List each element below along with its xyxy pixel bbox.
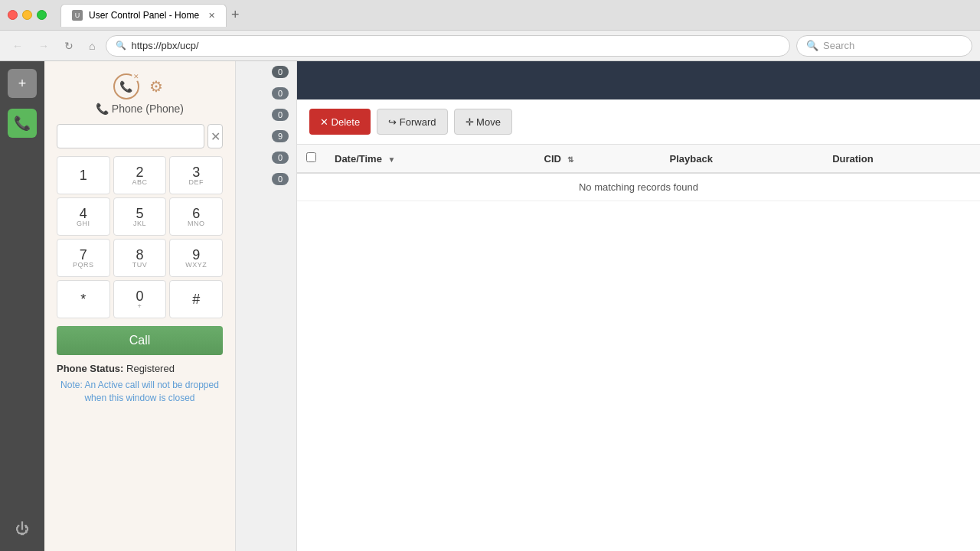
key-6-main: 6 (192, 207, 200, 220)
key-9-main: 9 (192, 248, 200, 262)
key-2-sub: ABC (132, 179, 147, 186)
badge-1-value: 0 (272, 87, 289, 99)
content-body: ✕ Delete ↪ Forward ✛ Move Date/Time ▼ (297, 99, 980, 551)
key-7-main: 7 (80, 248, 87, 262)
badge-2-value: 0 (272, 109, 289, 121)
new-tab-button[interactable]: + (231, 7, 240, 23)
column-playback-label: Playback (670, 153, 713, 165)
column-cid[interactable]: CID ⇅ (535, 145, 661, 173)
column-duration[interactable]: Duration (823, 145, 980, 173)
add-icon: + (18, 76, 27, 92)
key-8-main: 8 (136, 248, 143, 262)
phone-subtitle: (Phone) (145, 103, 184, 115)
badge-item-5[interactable]: 0 (236, 168, 296, 190)
browser-search-bar[interactable]: 🔍 Search (796, 35, 972, 57)
key-hash-main: # (192, 292, 200, 306)
phone-handset-icon: 📞 (96, 103, 112, 115)
key-3-main: 3 (192, 165, 200, 179)
badge-item-4[interactable]: 0 (236, 147, 296, 168)
reload-button[interactable]: ↻ (60, 37, 78, 55)
sidebar-icon-phone[interactable]: 📞 (8, 109, 37, 138)
sidebar-icons: + 📞 ⏻ (0, 61, 44, 551)
key-1[interactable]: 1 (57, 156, 110, 194)
content-header (297, 61, 980, 99)
badge-3-value: 9 (272, 130, 289, 142)
settings-icon[interactable]: ⚙ (145, 76, 167, 97)
search-placeholder: Search (823, 40, 854, 51)
forward-button[interactable]: → (34, 37, 54, 55)
address-bar[interactable]: 🔍 https://pbx/ucp/ (106, 35, 790, 57)
key-hash[interactable]: # (169, 280, 223, 318)
minimize-button[interactable] (22, 10, 32, 20)
forward-button[interactable]: ↪ Forward (377, 109, 447, 135)
phone-status: Phone Status: Registered (57, 363, 175, 374)
phone-status-value: Registered (126, 363, 175, 374)
column-playback[interactable]: Playback (661, 145, 824, 173)
move-button[interactable]: ✛ Move (454, 109, 512, 135)
key-1-main: 1 (80, 168, 87, 182)
key-5-main: 5 (136, 207, 143, 220)
badge-item-2[interactable]: 0 (236, 104, 296, 126)
badge-5-value: 0 (272, 173, 289, 185)
records-table: Date/Time ▼ CID ⇅ Playback Dur (297, 145, 980, 201)
key-3-sub: DEF (188, 179, 204, 186)
dial-input[interactable] (57, 124, 204, 148)
browser-titlebar: U User Control Panel - Home ✕ + (0, 0, 980, 31)
search-icon: 🔍 (806, 40, 818, 51)
sidebar-icon-power[interactable]: ⏻ (8, 514, 37, 543)
badge-item-3[interactable]: 9 (236, 126, 296, 147)
badge-sidebar: 0 0 0 9 0 0 (236, 61, 297, 551)
content-area: 0 0 0 9 0 0 ✕ Delete ↪ (236, 61, 980, 551)
key-9-sub: WXYZ (185, 262, 207, 269)
phone-panel-header: 📞 ⚙ (113, 73, 167, 99)
key-8-sub: TUV (132, 262, 148, 269)
maximize-button[interactable] (37, 10, 47, 20)
key-8[interactable]: 8TUV (113, 239, 167, 277)
sort-cid-icon: ⇅ (567, 155, 573, 164)
key-star-main: * (80, 292, 86, 306)
key-5-sub: JKL (133, 220, 146, 227)
dial-clear-button[interactable]: ✕ (207, 124, 223, 148)
key-0-main: 0 (136, 289, 143, 303)
url-text: https://pbx/ucp/ (131, 40, 198, 51)
key-6-sub: MNO (188, 220, 205, 227)
call-button[interactable]: Call (57, 326, 223, 355)
select-all-checkbox[interactable] (306, 152, 316, 162)
column-cid-label: CID (544, 153, 561, 165)
badge-4-value: 0 (272, 152, 289, 164)
close-button[interactable] (8, 10, 18, 20)
main-panel: ✕ Delete ↪ Forward ✛ Move Date/Time ▼ (297, 61, 980, 551)
key-9[interactable]: 9WXYZ (169, 239, 223, 277)
traffic-lights (8, 10, 47, 20)
power-icon: ⏻ (15, 521, 29, 537)
key-3[interactable]: 3DEF (169, 156, 223, 194)
tab-close-button[interactable]: ✕ (208, 11, 215, 21)
key-2[interactable]: 2ABC (113, 156, 167, 194)
key-5[interactable]: 5JKL (113, 197, 167, 236)
back-button[interactable]: ← (8, 37, 28, 55)
key-6[interactable]: 6MNO (169, 197, 223, 236)
browser-navbar: ← → ↻ ⌂ 🔍 https://pbx/ucp/ 🔍 Search (0, 31, 980, 61)
key-4[interactable]: 4GHI (57, 197, 110, 236)
delete-button[interactable]: ✕ Delete (309, 109, 371, 135)
browser-tab[interactable]: U User Control Panel - Home ✕ (60, 4, 227, 27)
key-2-main: 2 (136, 165, 143, 179)
tab-title: User Control Panel - Home (89, 10, 199, 21)
app-container: + 📞 ⏻ 📞 ⚙ 📞 Phone (Phone) ✕ 1 2ABC (0, 61, 980, 551)
key-0[interactable]: 0+ (113, 280, 167, 318)
no-records-message: No matching records found (297, 173, 980, 201)
column-datetime[interactable]: Date/Time ▼ (325, 145, 535, 173)
phone-icon: 📞 (14, 115, 31, 132)
keypad: 1 2ABC 3DEF 4GHI 5JKL 6MNO 7PQRS 8TUV 9W… (57, 156, 223, 318)
phone-label: 📞 Phone (Phone) (96, 103, 184, 115)
badge-item-1[interactable]: 0 (236, 83, 296, 104)
phone-panel: 📞 ⚙ 📞 Phone (Phone) ✕ 1 2ABC 3DEF 4GHI 5… (44, 61, 236, 551)
sidebar-icon-add[interactable]: + (8, 69, 37, 98)
key-star[interactable]: * (57, 280, 110, 318)
phone-status-icon: 📞 (113, 73, 139, 99)
key-4-main: 4 (80, 207, 87, 220)
key-7[interactable]: 7PQRS (57, 239, 110, 277)
sort-datetime-icon: ▼ (388, 155, 396, 164)
home-button[interactable]: ⌂ (84, 37, 100, 55)
badge-item-0[interactable]: 0 (236, 61, 296, 83)
